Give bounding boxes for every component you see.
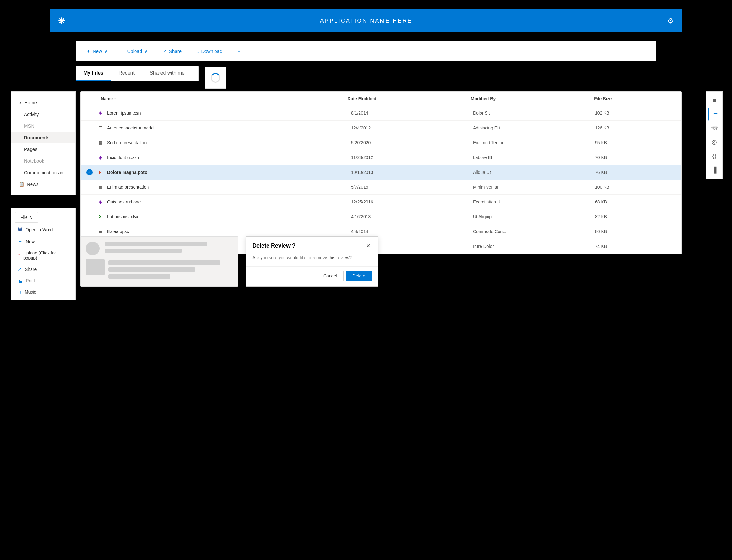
new-button[interactable]: ＋ New ∨ — [82, 46, 111, 57]
toolbar: ＋ New ∨ ↑ Upload ∨ ↗ Share ↓ Download ··… — [76, 41, 656, 61]
sidebar-item-home[interactable]: ∧ Home — [11, 97, 75, 108]
file-rows-container: ◈ Lorem ipsum.xsn 8/1/2014 Dolor Sit 102… — [81, 106, 681, 254]
preview-line-2 — [105, 249, 181, 253]
file-date: 12/25/2016 — [351, 199, 473, 204]
download-button[interactable]: ↓ Download — [193, 46, 226, 56]
tab-shared[interactable]: Shared with me — [142, 66, 192, 81]
file-menu-share[interactable]: ↗ Share — [11, 263, 75, 275]
loading-spinner-area — [205, 67, 226, 89]
table-row[interactable]: ▦ Enim ad.presentation 5/7/2016 Minim Ve… — [81, 180, 681, 195]
sidebar-communication-label: Communication an... — [24, 170, 67, 175]
file-menu-music[interactable]: ♫ Music — [11, 286, 75, 298]
sidebar-item-communication[interactable]: Communication an... — [11, 167, 75, 178]
download-icon: ↓ — [197, 49, 199, 54]
file-menu-open-word[interactable]: W Open in Word — [11, 224, 75, 235]
right-icon-list[interactable]: ≔ — [708, 108, 721, 121]
preview-thumbnail — [86, 259, 105, 275]
toolbar-divider-3 — [189, 47, 189, 56]
table-row[interactable]: ◈ Quis nostrud.one 12/25/2016 Exercitati… — [81, 195, 681, 209]
table-row[interactable]: ✓ P Dolore magna.potx 10/10/2013 Aliqua … — [81, 165, 681, 180]
file-name: Enim ad.presentation — [107, 185, 351, 190]
sidebar-item-activity[interactable]: Activity — [11, 108, 75, 120]
sidebar-item-documents[interactable]: Documents — [11, 132, 75, 143]
file-menu-print-label: Print — [26, 278, 35, 283]
modal-close-button[interactable]: ✕ — [365, 242, 372, 250]
file-date: 5/20/2020 — [351, 140, 473, 145]
file-size: 102 KB — [595, 111, 676, 116]
file-menu-upload[interactable]: ↑ Upload (Click for popup) — [11, 248, 75, 263]
file-size: 82 KB — [595, 214, 676, 219]
word-icon: W — [18, 227, 22, 232]
tab-my-files[interactable]: My Files — [76, 66, 111, 81]
file-name: Laboris nisi.xlsx — [107, 214, 351, 219]
row-check[interactable] — [86, 213, 93, 220]
sidebar-item-notebook[interactable]: Notebook — [11, 155, 75, 167]
upload-button[interactable]: ↑ Upload ∨ — [119, 46, 151, 57]
file-type-icon: ☰ — [96, 124, 104, 132]
table-row[interactable]: X Laboris nisi.xlsx 4/16/2013 Ut Aliquip… — [81, 209, 681, 224]
file-modified-by: Eiusmod Tempor — [473, 140, 595, 145]
file-name: Sed do.presentation — [107, 140, 351, 145]
file-type-icon: ▦ — [96, 139, 104, 146]
share-label: Share — [169, 49, 181, 54]
col-name-header[interactable]: Name ↑ — [86, 96, 347, 101]
row-check[interactable] — [86, 228, 93, 235]
preview-avatar — [86, 242, 100, 255]
right-icon-signal[interactable]: ◎ — [708, 136, 721, 148]
right-icon-hamburger[interactable]: ≡ — [708, 94, 721, 107]
file-name: Ex ea.ppsx — [107, 229, 351, 234]
sidebar-notebook-label: Notebook — [24, 158, 44, 163]
upload-icon: ↑ — [123, 49, 125, 54]
file-size: 86 KB — [595, 229, 676, 234]
row-check[interactable] — [86, 139, 93, 146]
upload-label: Upload — [127, 49, 142, 54]
right-icon-braces[interactable]: {} — [708, 150, 721, 162]
file-name: Amet consectetur.model — [107, 125, 351, 130]
file-menu-new-label: New — [26, 239, 35, 244]
right-icon-phone[interactable]: ☏ — [708, 122, 721, 134]
app-logo: ❋ — [58, 16, 65, 26]
modal-cancel-button[interactable]: Cancel — [317, 271, 344, 281]
file-menu-upload-label: Upload (Click for popup) — [23, 250, 69, 260]
sidebar-item-news[interactable]: 📋 News — [11, 178, 75, 190]
top-bar: ❋ APPLICATION NAME HERE ⚙ — [50, 9, 682, 32]
row-check[interactable] — [86, 124, 93, 132]
preview-bottom-line-2 — [108, 267, 195, 272]
table-row[interactable]: ◈ Lorem ipsum.xsn 8/1/2014 Dolor Sit 102… — [81, 106, 681, 121]
sidebar-item-pages[interactable]: Pages — [11, 143, 75, 155]
right-icon-chart[interactable]: ▐ — [708, 163, 721, 176]
music-icon: ♫ — [18, 289, 21, 295]
preview-top — [86, 242, 232, 255]
sidebar-item-msn[interactable]: MSN — [11, 120, 75, 132]
settings-icon[interactable]: ⚙ — [667, 16, 674, 25]
file-menu-print[interactable]: 🖨 Print — [11, 275, 75, 286]
more-button[interactable]: ··· — [234, 46, 245, 56]
table-row[interactable]: ◈ Incididunt ut.xsn 11/23/2012 Labore Et… — [81, 150, 681, 165]
new-icon: ＋ — [18, 238, 23, 245]
file-list-header: Name ↑ Date Modified Modified By File Si… — [81, 92, 681, 106]
file-type-icon: X — [96, 213, 104, 220]
col-modified-header: Modified By — [471, 96, 594, 101]
sidebar: ∧ Home Activity MSN Documents Pages Note… — [11, 91, 76, 195]
preview-line-1 — [105, 242, 207, 246]
preview-bottom-lines — [108, 259, 232, 279]
modal-delete-button[interactable]: Delete — [346, 271, 372, 281]
tab-recent[interactable]: Recent — [111, 66, 142, 81]
preview-text-lines — [105, 242, 232, 253]
table-row[interactable]: ▦ Sed do.presentation 5/20/2020 Eiusmod … — [81, 135, 681, 150]
share-button[interactable]: ↗ Share — [159, 46, 185, 57]
file-modified-by: Aliqua Ut — [473, 170, 595, 175]
row-check[interactable] — [86, 109, 93, 117]
file-name: Dolore magna.potx — [107, 170, 351, 175]
file-size: 100 KB — [595, 185, 676, 190]
row-check[interactable]: ✓ — [86, 169, 93, 176]
row-check[interactable] — [86, 198, 93, 206]
row-check[interactable] — [86, 183, 93, 191]
file-dropdown-button[interactable]: File ∨ — [15, 212, 38, 223]
file-menu-new[interactable]: ＋ New — [11, 235, 75, 248]
chevron-down-icon-2: ∨ — [144, 49, 147, 54]
file-modified-by: Commodo Con... — [473, 229, 595, 234]
file-menu-open-word-label: Open in Word — [26, 227, 53, 232]
table-row[interactable]: ☰ Amet consectetur.model 12/4/2012 Adipi… — [81, 121, 681, 135]
row-check[interactable] — [86, 154, 93, 161]
